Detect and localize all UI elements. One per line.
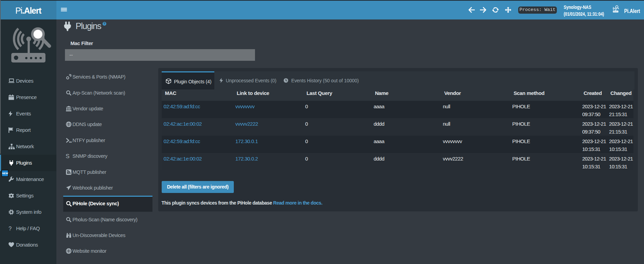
svg-text:S: S [66, 153, 69, 159]
svg-text:?: ? [9, 226, 12, 231]
